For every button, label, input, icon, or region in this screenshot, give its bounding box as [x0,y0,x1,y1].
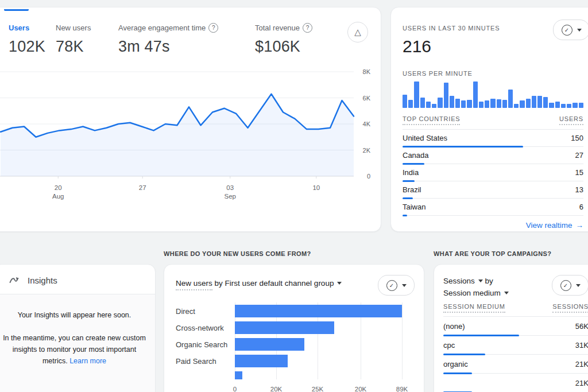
channel-bar[interactable] [235,371,242,379]
channels-options-button[interactable]: ✓ [378,275,415,296]
session-medium: organic [443,360,468,368]
realtime-card: ✓ USERS IN LAST 30 MINUTES 216 USERS PER… [390,7,588,232]
country-users-value: 27 [575,151,583,160]
realtime-users-value: 216 [403,37,583,56]
users-per-minute-chart[interactable] [403,81,583,108]
country-bar [403,163,424,165]
svg-text:10: 10 [312,184,320,191]
minute-bar [408,100,413,108]
channel-bar[interactable] [235,305,402,317]
country-name: India [403,168,419,177]
checkmark-circle-icon: ✓ [386,280,397,291]
svg-text:03: 03 [226,184,234,191]
metrics-row: Users102KNew users78KAverage engagement … [9,22,312,56]
svg-text:20: 20 [55,184,62,191]
channels-bar-chart[interactable]: DirectCross-networkOrganic SearchPaid Se… [176,305,415,392]
channel-track [235,338,402,351]
channel-row: Paid Search [176,355,415,367]
minute-bar [403,95,407,108]
minute-bar [467,100,471,108]
country-bar [403,180,415,182]
minute-bar [555,102,560,108]
realtime-options-button[interactable]: ✓ [553,20,588,40]
country-row[interactable]: India15 [403,164,583,181]
help-icon[interactable]: ? [208,23,218,33]
country-line: Canada27 [403,147,583,160]
session-row[interactable]: organic21K [443,355,588,374]
channels-card: New users by First user default channel … [164,264,424,392]
top-countries-column-header[interactable]: TOP COUNTRIES [403,115,460,125]
minute-bar [461,100,466,108]
svg-text:Aug: Aug [52,193,64,200]
help-icon[interactable]: ? [303,23,312,33]
country-row[interactable]: Taiwan6 [403,199,583,216]
insights-header: Insights [0,265,155,294]
metric-tab-users[interactable]: Users102K [9,22,56,56]
session-medium-column-header[interactable]: SESSION MEDIUM [443,303,505,313]
country-line: Brazil13 [403,181,583,194]
metric-tab-total-revenue[interactable]: Total revenue?$106K [255,22,312,56]
minute-bar [508,90,513,108]
campaigns-section-header: WHAT ARE YOUR TOP CAMPAIGNS? [434,250,551,257]
x-tick-label: 0 [233,386,237,392]
channel-row [176,371,415,379]
channels-section-header: WHERE DO YOUR NEW USERS COME FROM? [164,250,311,257]
country-name: Brazil [403,185,421,194]
users-line-chart[interactable]: 8K6K4K2K020Aug2703Sep10 [0,63,381,207]
minute-bar [414,81,419,108]
view-realtime-link[interactable]: View realtime → [403,221,583,230]
divider [443,373,588,374]
minute-bar [490,99,495,108]
divider [443,335,588,336]
country-line: India15 [403,164,583,177]
minute-bar [497,99,501,108]
session-medium: (none) [443,322,465,331]
sessions-value: 56K [575,322,588,331]
insights-icon [9,274,20,286]
country-row[interactable]: United States150 [403,130,583,147]
country-users-value: 13 [575,185,583,194]
minute-bar [438,98,442,108]
session-line: cpc31K [443,336,588,350]
country-users-value: 15 [575,168,583,177]
sessions-table-header: SESSION MEDIUM SESSIONS [443,303,588,313]
checkmark-circle-icon: ✓ [560,280,571,291]
country-row[interactable]: Canada27 [403,147,583,164]
insights-description: In the meantime, you can create new cust… [2,332,147,367]
sessions-column-header[interactable]: SESSIONS [552,303,588,313]
minute-bar [537,96,542,108]
chevron-down-icon [478,280,483,282]
learn-more-link[interactable]: Learn more [69,357,106,365]
session-bar [443,335,519,336]
country-bar [403,197,413,199]
metric-tab-average-engagement-time[interactable]: Average engagement time?3m 47s [118,22,255,56]
minute-bar [444,83,448,108]
channel-bar[interactable] [235,355,288,367]
metric-tab-new-users[interactable]: New users78K [56,22,118,56]
chevron-down-icon [576,284,581,287]
analytics-dashboard: Users102KNew users78KAverage engagement … [0,0,588,392]
channel-bar[interactable] [235,321,334,334]
session-row[interactable]: cpc31K [443,336,588,355]
insights-anomaly-button[interactable]: △ [347,22,368,42]
metric-label-text: Average engagement time [118,24,206,32]
x-tick-label: 20K [270,386,282,392]
session-row[interactable]: (none)56K [443,317,588,336]
channel-track [235,371,402,379]
minute-bar [455,99,460,108]
channels-chart-title[interactable]: New users by First user default channel … [176,279,342,288]
metric-label: Total revenue? [255,22,312,33]
campaigns-options-button[interactable]: ✓ [552,275,588,296]
session-bar [443,372,472,374]
channel-row: Cross-network [176,321,415,334]
users-column-header[interactable]: USERS [559,115,583,125]
svg-text:0: 0 [367,173,370,180]
country-name: United States [403,134,447,142]
channel-label: Direct [176,307,235,316]
metric-label-text: Total revenue [255,24,300,32]
country-users-value: 150 [571,134,583,142]
country-row[interactable]: Brazil13 [403,181,583,199]
metric-value: 102K [9,38,56,56]
session-row[interactable]: 21K [443,374,588,392]
channel-bar[interactable] [235,338,304,351]
